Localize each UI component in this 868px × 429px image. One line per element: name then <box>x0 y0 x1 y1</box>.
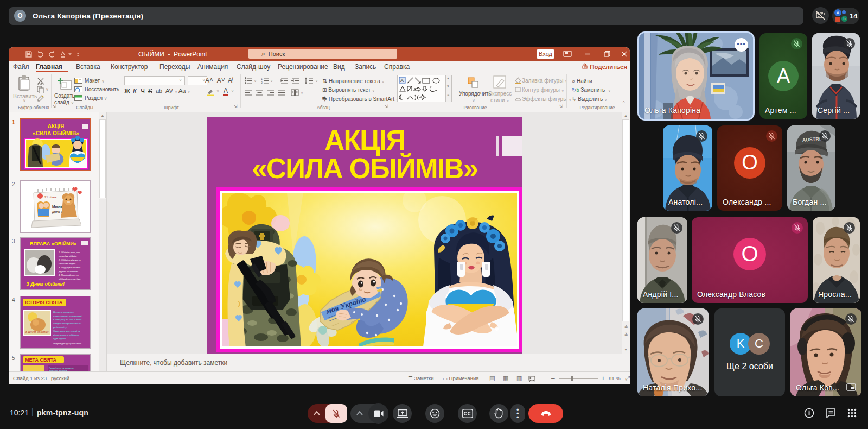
svg-text:3. Подаруйте обійми: 3. Подаруйте обійми <box>59 266 81 269</box>
svg-text:2: 2 <box>261 81 263 84</box>
svg-text:і відповідне до цього свята: і відповідне до цього свята <box>53 342 82 345</box>
svg-text:З Днем обіймів!: З Днем обіймів! <box>25 330 49 333</box>
svg-text:ВПРАВА «ОБІЙМИ»: ВПРАВА «ОБІЙМИ» <box>30 241 76 247</box>
svg-text:З Днем обіймів!: З Днем обіймів! <box>26 281 65 287</box>
svg-text:ІСТОРІЯ СВЯТА: ІСТОРІЯ СВЯТА <box>25 300 63 305</box>
svg-text:потребує обіймів.: потребує обіймів. <box>59 255 77 257</box>
svg-text:21 січня: 21 січня <box>44 195 56 199</box>
svg-text:Саме цього дня хлопці та: Саме цього дня хлопці та <box>53 330 80 332</box>
svg-text:в 1986 році в США, а потім: в 1986 році в США, а потім <box>53 318 81 321</box>
svg-text:1: 1 <box>261 77 263 80</box>
svg-text:один одного.: один одного. <box>53 337 67 340</box>
svg-text:регіони світу.: регіони світу. <box>53 326 67 329</box>
svg-text:A: A <box>400 78 404 83</box>
svg-text:АКЦІЯ: АКЦІЯ <box>48 123 65 129</box>
svg-text:дівчата просто обіймали: дівчата просто обіймали <box>53 333 79 336</box>
svg-text:2. Обійміть рідних та: 2. Обійміть рідних та <box>59 258 81 261</box>
svg-text:студентському середовищі: студентському середовищі <box>53 314 81 317</box>
svg-text:МЕТА СВЯТА: МЕТА СВЯТА <box>25 357 57 363</box>
svg-text:швидко поширилося на всі: швидко поширилося на всі <box>53 322 81 325</box>
svg-text:друзям та колегам.: друзям та колегам. <box>59 270 79 273</box>
svg-text:«СИЛА ОБІЙМІВ»: «СИЛА ОБІЙМІВ» <box>33 130 79 136</box>
svg-text:близьких людей.: близьких людей. <box>59 262 76 265</box>
svg-text:4. Посміхайтеся та: 4. Посміхайтеся та <box>59 274 79 276</box>
svg-text:обіймайтеся частіше.: обіймайтеся частіше. <box>59 277 81 280</box>
svg-text:1. Обніміть того, хто: 1. Обніміть того, хто <box>59 251 80 254</box>
svg-text:Це свято виникло в: Це свято виникло в <box>53 311 74 313</box>
